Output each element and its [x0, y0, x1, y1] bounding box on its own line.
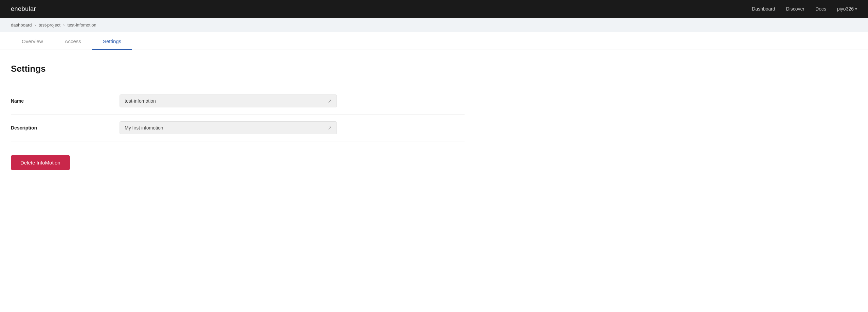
- tabs-bar: Overview Access Settings: [0, 32, 868, 50]
- breadcrumb-project[interactable]: test-project: [39, 22, 60, 28]
- breadcrumb: dashboard › test-project › test-infomoti…: [0, 18, 868, 32]
- name-edit-icon[interactable]: ↗: [328, 98, 332, 104]
- description-row: Description My first infomotion ↗: [11, 115, 465, 141]
- discover-link[interactable]: Discover: [786, 6, 804, 12]
- description-input-display[interactable]: My first infomotion ↗: [120, 121, 337, 134]
- description-field-wrapper: My first infomotion ↗: [120, 121, 337, 134]
- breadcrumb-sep-2: ›: [63, 22, 65, 28]
- tab-overview[interactable]: Overview: [11, 32, 54, 50]
- name-row: Name test-infomotion ↗: [11, 88, 465, 115]
- page-title: Settings: [11, 64, 465, 74]
- name-value: test-infomotion: [125, 98, 156, 104]
- description-value: My first infomotion: [125, 125, 163, 131]
- nav-links: Dashboard Discover Docs piyo326: [752, 6, 857, 12]
- breadcrumb-infomotion[interactable]: test-infomotion: [67, 22, 96, 28]
- delete-section: Delete InfoMotion: [11, 155, 465, 170]
- settings-form: Name test-infomotion ↗ Description My fi…: [11, 88, 465, 141]
- docs-link[interactable]: Docs: [815, 6, 826, 12]
- dashboard-link[interactable]: Dashboard: [752, 6, 775, 12]
- top-nav: enebular Dashboard Discover Docs piyo326: [0, 0, 868, 18]
- tab-access[interactable]: Access: [54, 32, 92, 50]
- name-label: Name: [11, 98, 120, 104]
- name-input-display[interactable]: test-infomotion ↗: [120, 94, 337, 107]
- description-label: Description: [11, 125, 120, 131]
- logo: enebular: [11, 5, 36, 13]
- main-content: Settings Name test-infomotion ↗ Descript…: [0, 50, 475, 184]
- delete-button[interactable]: Delete InfoMotion: [11, 155, 70, 170]
- name-field-wrapper: test-infomotion ↗: [120, 94, 337, 107]
- description-edit-icon[interactable]: ↗: [328, 125, 332, 131]
- tab-settings[interactable]: Settings: [92, 32, 132, 50]
- breadcrumb-dashboard[interactable]: dashboard: [11, 22, 32, 28]
- user-menu[interactable]: piyo326: [837, 6, 857, 12]
- breadcrumb-sep-1: ›: [34, 22, 36, 28]
